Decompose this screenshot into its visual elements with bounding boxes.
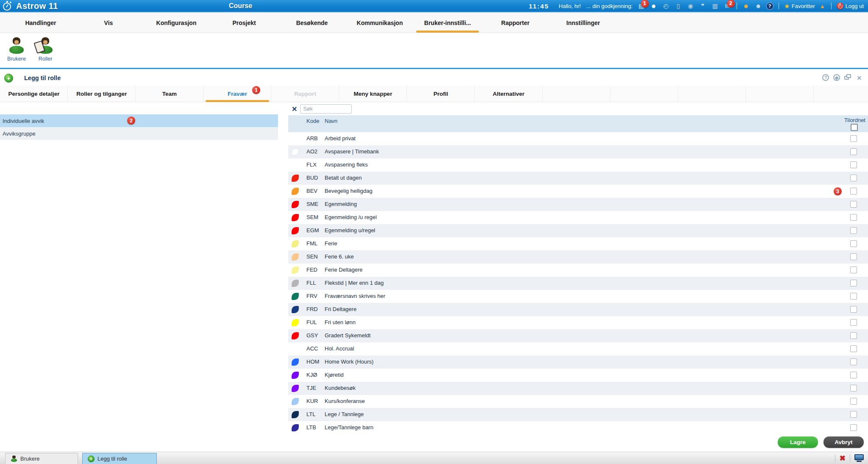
settings-icon[interactable]: ◆ bbox=[833, 74, 840, 81]
table-row[interactable]: TJEKundebesøk bbox=[288, 382, 868, 395]
assigned-checkbox[interactable] bbox=[850, 332, 857, 339]
tab-roller-og-tilganger[interactable]: Roller og tilganger bbox=[68, 86, 136, 102]
assigned-checkbox[interactable] bbox=[850, 267, 857, 273]
assigned-checkbox[interactable] bbox=[850, 188, 857, 194]
table-row[interactable]: ACCHol. Accrual bbox=[288, 342, 868, 356]
cancel-button[interactable]: Avbryt bbox=[823, 436, 864, 448]
menu-item-handlinger[interactable]: Handlinger bbox=[7, 13, 75, 33]
menu-item-konfigurasjon[interactable]: Konfigurasjon bbox=[142, 13, 210, 33]
menu-item-vis[interactable]: Vis bbox=[75, 13, 142, 33]
assigned-checkbox[interactable] bbox=[850, 148, 857, 155]
table-row[interactable]: GSYGradert Sykemeldt bbox=[288, 329, 868, 342]
cell-code: SEM bbox=[306, 214, 318, 220]
table-row[interactable]: SENFerie 6. uke bbox=[288, 250, 868, 264]
assigned-checkbox[interactable] bbox=[850, 319, 857, 326]
table-row[interactable]: FLLFlekstid | Mer enn 1 dag bbox=[288, 277, 868, 290]
table-row[interactable]: LTBLege/Tannlege barn bbox=[288, 421, 868, 434]
shortcut-roller[interactable]: Roller bbox=[33, 36, 58, 68]
tab-alternativer[interactable]: Alternativer bbox=[475, 86, 542, 102]
table-row[interactable]: EGMEgenmelding u/regel bbox=[288, 224, 868, 237]
approval-document-icon[interactable]: ▤1 bbox=[637, 2, 645, 10]
tab-profil[interactable]: Profil bbox=[407, 86, 475, 102]
menu-item-prosjekt[interactable]: Prosjekt bbox=[210, 13, 278, 33]
messages-icon[interactable]: ✉2 bbox=[723, 2, 732, 10]
close-window-icon[interactable]: ✖ bbox=[840, 454, 846, 463]
taskbar-tab-label: Legg til rolle bbox=[97, 456, 127, 462]
chat-icon[interactable]: ❞ bbox=[699, 2, 707, 10]
table-row[interactable]: SMEEgenmelding bbox=[288, 198, 868, 211]
assigned-checkbox[interactable] bbox=[850, 411, 857, 418]
color-swatch bbox=[292, 227, 299, 234]
assigned-checkbox[interactable] bbox=[850, 227, 857, 234]
assigned-checkbox[interactable] bbox=[850, 201, 857, 208]
assigned-checkbox[interactable] bbox=[850, 253, 857, 260]
help-icon[interactable]: ? bbox=[822, 74, 829, 81]
taskbar-tab-brukere[interactable]: Brukere bbox=[5, 453, 78, 464]
table-row[interactable]: LTLLege / Tannlege bbox=[288, 408, 868, 421]
user-icon[interactable]: ☻ bbox=[650, 2, 658, 10]
assigned-checkbox[interactable] bbox=[850, 372, 857, 378]
save-button[interactable]: Lagre bbox=[778, 436, 818, 448]
assigned-checkbox[interactable] bbox=[850, 306, 857, 313]
table-row[interactable]: BUDBetalt ut dagen bbox=[288, 172, 868, 185]
help-icon[interactable]: ? bbox=[766, 3, 773, 10]
table-row[interactable]: SEMEgenmelding /u regel bbox=[288, 211, 868, 224]
table-row[interactable]: AO2Avspasere | Timebank bbox=[288, 145, 868, 158]
assigned-checkbox[interactable] bbox=[850, 385, 857, 392]
favorites-button[interactable]: ★ Favoritter bbox=[784, 2, 815, 10]
menu-item-rapporter[interactable]: Rapporter bbox=[481, 13, 549, 33]
tab-fravær[interactable]: Fravær1 bbox=[203, 86, 271, 102]
action-buttons: Lagre Avbryt bbox=[778, 436, 864, 448]
table-row[interactable]: FEDFerie Deltagere bbox=[288, 264, 868, 277]
table-row[interactable]: FRVFraværsnavn skrives her bbox=[288, 290, 868, 303]
logout-button[interactable]: Logg ut bbox=[837, 3, 864, 9]
assigned-checkbox[interactable] bbox=[850, 214, 857, 221]
tab-team[interactable]: Team bbox=[136, 86, 203, 102]
select-all-checkbox[interactable] bbox=[851, 124, 858, 131]
assigned-checkbox[interactable] bbox=[850, 135, 857, 142]
menu-item-innstillinger[interactable]: Innstillinger bbox=[549, 13, 617, 33]
shortcut-brukere[interactable]: Brukere bbox=[4, 36, 29, 68]
table-row[interactable]: HOMHome Work (Hours) bbox=[288, 356, 868, 369]
assigned-checkbox[interactable] bbox=[850, 240, 857, 247]
table-row[interactable]: FMLFerie bbox=[288, 237, 868, 250]
table-row[interactable]: ARBArbeid privat bbox=[288, 132, 868, 145]
taskbar-tab-legg-til-rolle[interactable]: +Legg til rolle bbox=[82, 453, 157, 464]
table-row[interactable]: KJØKjøretid bbox=[288, 369, 868, 382]
profile-icon[interactable]: ☻ bbox=[742, 2, 750, 10]
assigned-checkbox[interactable] bbox=[850, 161, 857, 168]
assigned-checkbox[interactable] bbox=[850, 358, 857, 365]
table-row[interactable]: FRDFri Deltagere bbox=[288, 303, 868, 316]
assigned-checkbox[interactable] bbox=[850, 175, 857, 181]
table-row[interactable]: FLXAvspasering fleks bbox=[288, 158, 868, 172]
menu-item-kommunikasjon[interactable]: Kommunikasjon bbox=[346, 13, 414, 33]
close-icon[interactable]: ✕ bbox=[855, 74, 863, 82]
cell-code: FRD bbox=[306, 306, 318, 312]
assigned-checkbox[interactable] bbox=[850, 345, 857, 352]
cell-name: Lege / Tannlege bbox=[325, 411, 364, 417]
clear-search-icon[interactable]: ✕ bbox=[292, 105, 297, 113]
search-input[interactable] bbox=[300, 104, 352, 114]
mobile-icon[interactable]: ▯ bbox=[674, 2, 682, 10]
assigned-checkbox[interactable] bbox=[850, 293, 857, 300]
clock-icon[interactable]: ◴ bbox=[662, 2, 670, 10]
table-row[interactable]: BEVBevegelig helligdag3 bbox=[288, 185, 868, 198]
assigned-checkbox[interactable] bbox=[850, 424, 857, 431]
assigned-checkbox[interactable] bbox=[850, 280, 857, 286]
windows-icon[interactable] bbox=[844, 74, 851, 80]
menu-item-besøkende[interactable]: Besøkende bbox=[278, 13, 346, 33]
tab-meny-knapper[interactable]: Meny knapper bbox=[339, 86, 407, 102]
menu-item-label: Handlinger bbox=[25, 19, 56, 26]
sidebar-item-individuelle-avvik[interactable]: Individuelle avvik2 bbox=[0, 114, 278, 127]
list-icon[interactable]: ▥ bbox=[711, 2, 719, 10]
sidebar-item-avviksgruppe[interactable]: Avviksgruppe bbox=[0, 127, 278, 140]
menu-item-bruker-innstilli[interactable]: Bruker-innstilli... bbox=[414, 13, 481, 33]
user-session-icon[interactable]: ☻ bbox=[754, 2, 762, 10]
collapse-arrow-icon[interactable]: ▲ bbox=[820, 3, 825, 9]
audio-icon[interactable]: ◉ bbox=[687, 2, 695, 10]
table-row[interactable]: FULFri uten lønn bbox=[288, 316, 868, 329]
monitor-icon[interactable] bbox=[854, 454, 864, 462]
tab-personlige-detaljer[interactable]: Personlige detaljer bbox=[0, 86, 68, 102]
table-row[interactable]: KURKurs/konferanse bbox=[288, 395, 868, 408]
assigned-checkbox[interactable] bbox=[850, 398, 857, 405]
